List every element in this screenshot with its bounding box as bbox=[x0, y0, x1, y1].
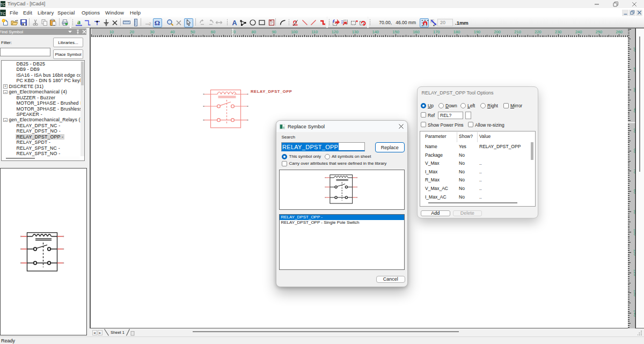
svg-text:240: 240 bbox=[575, 30, 582, 34]
svg-text:120: 120 bbox=[331, 30, 338, 34]
svg-text:10: 10 bbox=[109, 30, 113, 34]
svg-text:180: 180 bbox=[453, 30, 460, 34]
svg-text:260: 260 bbox=[616, 30, 623, 34]
svg-text:TC: TC bbox=[0, 11, 6, 16]
svg-text:70: 70 bbox=[231, 30, 235, 34]
svg-text:230: 230 bbox=[555, 30, 562, 34]
svg-text:40: 40 bbox=[170, 30, 174, 34]
svg-text:140: 140 bbox=[372, 30, 379, 34]
svg-text:110: 110 bbox=[311, 30, 318, 34]
svg-text:80: 80 bbox=[251, 30, 255, 34]
svg-text:A: A bbox=[232, 19, 237, 26]
svg-text:220: 220 bbox=[535, 30, 541, 34]
svg-text:90: 90 bbox=[272, 30, 276, 34]
svg-text:30: 30 bbox=[150, 30, 154, 34]
svg-text:2: 2 bbox=[149, 21, 151, 26]
svg-text:50: 50 bbox=[191, 30, 195, 34]
svg-text:TC: TC bbox=[1, 3, 5, 6]
svg-text:Sheet 1: Sheet 1 bbox=[111, 330, 125, 335]
svg-text:210: 210 bbox=[514, 30, 521, 34]
svg-text:a: a bbox=[77, 19, 80, 26]
svg-text:170: 170 bbox=[433, 30, 440, 34]
svg-text:250: 250 bbox=[595, 30, 602, 34]
svg-text:190: 190 bbox=[473, 30, 480, 34]
svg-text:20: 20 bbox=[129, 30, 134, 34]
svg-text:150: 150 bbox=[392, 30, 399, 34]
svg-text:100: 100 bbox=[291, 30, 298, 34]
svg-text:Ω: Ω bbox=[155, 19, 160, 26]
svg-text:130: 130 bbox=[352, 30, 358, 34]
svg-text:160: 160 bbox=[413, 30, 420, 34]
svg-text:60: 60 bbox=[210, 30, 215, 34]
svg-text:200: 200 bbox=[494, 30, 501, 34]
